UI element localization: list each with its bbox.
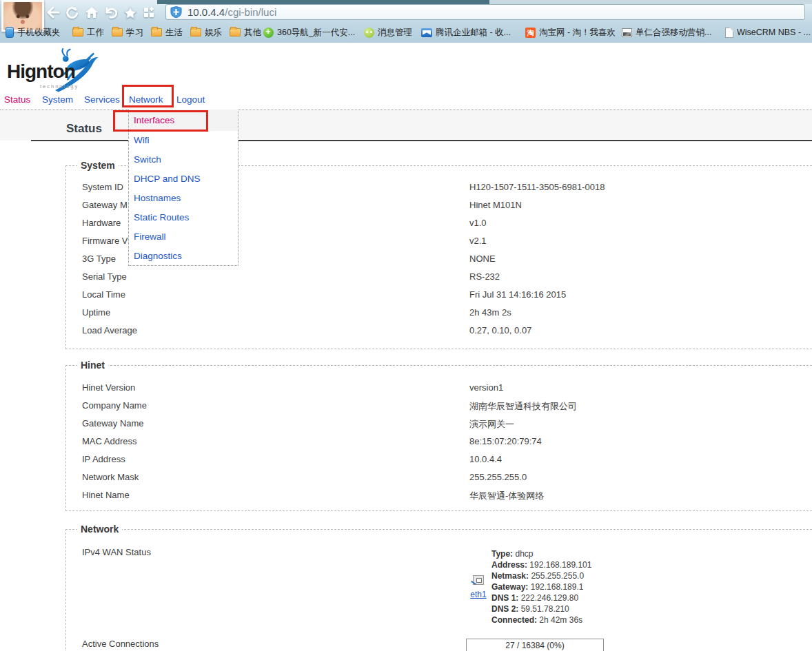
row-value: Hinet M101N bbox=[469, 200, 522, 210]
wan-row: Netmask: 255.255.255.0 bbox=[491, 570, 591, 581]
row-value: Fri Jul 31 14:16:16 2015 bbox=[469, 289, 566, 300]
chat-icon bbox=[364, 28, 374, 38]
folder-icon bbox=[72, 28, 83, 37]
logo-subtitle: technology bbox=[40, 83, 79, 90]
row-label: Load Average bbox=[82, 325, 137, 335]
row-label: Hinet Version bbox=[82, 382, 135, 393]
taobao-icon: 淘 bbox=[525, 28, 536, 38]
row-label: MAC Address bbox=[82, 436, 136, 446]
menu-item-hostnames[interactable]: Hostnames bbox=[129, 189, 238, 208]
menu-item-switch[interactable]: Switch bbox=[129, 150, 238, 169]
bookmark-tencent-mail[interactable]: 腾讯企业邮箱 - 收... bbox=[421, 25, 511, 40]
picture-icon bbox=[622, 28, 632, 37]
nav-network[interactable]: Network bbox=[129, 94, 163, 105]
row-value: v1.0 bbox=[469, 218, 487, 228]
row-label: 3G Type bbox=[82, 254, 116, 264]
nav-system[interactable]: System bbox=[42, 94, 73, 105]
browser-toolbar bbox=[45, 5, 156, 21]
folder-icon bbox=[112, 28, 123, 37]
ethernet-icon bbox=[473, 575, 484, 585]
wan-row: DNS 1: 222.246.129.80 bbox=[491, 592, 591, 603]
row-label: System ID bbox=[82, 182, 123, 192]
nav-services[interactable]: Services bbox=[84, 94, 120, 105]
bookmark-work[interactable]: 工作 bbox=[72, 25, 104, 40]
bookmark-study[interactable]: 学习 bbox=[112, 25, 143, 40]
nav-logout[interactable]: Logout bbox=[176, 94, 205, 105]
wan-status-label: IPv4 WAN Status bbox=[82, 547, 151, 557]
bookmark-taobao[interactable]: 淘淘宝网 - 淘！我喜欢 bbox=[525, 25, 616, 40]
section-hinet-legend: Hinet bbox=[77, 360, 108, 371]
address-bar[interactable]: 10.0.4.4/cgi-bin/luci bbox=[165, 4, 805, 20]
wan-details: Type: dhcp Address: 192.168.189.101 Netm… bbox=[491, 548, 591, 626]
section-network-legend: Network bbox=[77, 524, 122, 535]
main-nav: Status System Services Network Logout bbox=[0, 94, 812, 108]
browser-chrome: 10.0.4.4/cgi-bin/luci 手机收藏夹 工作 学习 生活 娱乐 … bbox=[0, 0, 812, 43]
section-system-legend: System bbox=[77, 160, 119, 171]
row-value: H120-1507-1511-3505-6981-0018 bbox=[469, 182, 605, 192]
menu-item-firewall[interactable]: Firewall bbox=[129, 227, 238, 247]
bookmark-entertainment[interactable]: 娱乐 bbox=[190, 25, 222, 40]
mail-icon bbox=[421, 28, 432, 37]
row-label: Network Mask bbox=[82, 472, 139, 482]
active-connections-bar: 27 / 16384 (0%) bbox=[466, 639, 604, 651]
bookmark-other[interactable]: 其他 bbox=[230, 25, 261, 40]
reload-icon[interactable] bbox=[65, 5, 79, 20]
menu-item-wifi[interactable]: Wifi bbox=[129, 131, 238, 150]
menu-item-static-routes[interactable]: Static Routes bbox=[129, 208, 238, 227]
active-connections-value: 27 / 16384 (0%) bbox=[505, 641, 564, 650]
url-path: /cgi-bin/luci bbox=[225, 6, 276, 18]
logo[interactable]: Hignton technology bbox=[7, 51, 124, 92]
active-connections-label: Active Connections bbox=[82, 639, 159, 649]
row-label: Gateway M bbox=[82, 200, 128, 210]
network-dropdown-menu: Interfaces Wifi Switch DHCP and DNS Host… bbox=[128, 110, 238, 266]
phone-icon bbox=[6, 27, 14, 38]
row-value: RS-232 bbox=[469, 271, 500, 282]
wan-interface: eth1 bbox=[468, 575, 489, 600]
extensions-grid-icon[interactable] bbox=[142, 5, 156, 20]
eth1-link[interactable]: eth1 bbox=[470, 590, 486, 599]
bookmarks-bar: 手机收藏夹 工作 学习 生活 娱乐 其他 360导航_新一代安... 消息管理 … bbox=[0, 22, 812, 43]
row-label: Uptime bbox=[82, 307, 110, 318]
row-value: version1 bbox=[469, 382, 503, 393]
row-value: 255.255.255.0 bbox=[469, 472, 527, 482]
bookmark-life[interactable]: 生活 bbox=[151, 25, 183, 40]
logo-text: Hignton bbox=[7, 61, 75, 83]
row-value: 湖南华辰智通科技有限公司 bbox=[469, 400, 577, 413]
url-text: 10.0.4.4/cgi-bin/luci bbox=[187, 6, 276, 19]
row-value: v2.1 bbox=[469, 236, 487, 246]
row-value: 2h 43m 2s bbox=[469, 307, 511, 318]
row-label: Hardware bbox=[82, 218, 121, 228]
bookmark-mobile-favorites[interactable]: 手机收藏夹 bbox=[6, 25, 61, 40]
row-label: Gateway Name bbox=[82, 418, 144, 428]
home-icon[interactable] bbox=[84, 5, 99, 20]
menu-item-dhcp-dns[interactable]: DHCP and DNS bbox=[129, 169, 238, 189]
site-shield-icon bbox=[170, 6, 182, 18]
wan-row: DNS 2: 59.51.78.210 bbox=[491, 603, 591, 614]
360-icon bbox=[263, 28, 274, 38]
favorites-star-icon[interactable] bbox=[123, 5, 137, 20]
row-label: Company Name bbox=[82, 400, 147, 411]
row-label: Serial Type bbox=[82, 271, 127, 282]
row-label: IP Address bbox=[82, 454, 125, 464]
row-label: Hinet Name bbox=[82, 490, 130, 500]
wan-row: Connected: 2h 42m 36s bbox=[491, 614, 591, 626]
row-value: 0.27, 0.10, 0.07 bbox=[469, 325, 531, 335]
bookmark-message-manager[interactable]: 消息管理 bbox=[364, 25, 412, 40]
undo-icon[interactable] bbox=[103, 5, 118, 20]
folder-icon bbox=[151, 28, 162, 37]
menu-item-interfaces[interactable]: Interfaces bbox=[129, 110, 238, 131]
row-label: Local Time bbox=[82, 289, 125, 300]
back-icon[interactable] bbox=[45, 5, 60, 20]
row-value: 华辰智通-体验网络 bbox=[469, 490, 544, 502]
row-value: 演示网关一 bbox=[469, 418, 514, 431]
folder-icon bbox=[190, 28, 201, 37]
menu-item-diagnostics[interactable]: Diagnostics bbox=[129, 247, 238, 266]
bookmark-360nav[interactable]: 360导航_新一代安... bbox=[263, 25, 355, 40]
bookmark-danren-marketing[interactable]: 单仁合强移动营销... bbox=[622, 25, 711, 40]
page-icon bbox=[725, 28, 733, 38]
bookmark-wisecrm[interactable]: WiseCRM NBS - ... bbox=[725, 25, 811, 40]
row-value: 8e:15:07:20:79:74 bbox=[469, 436, 542, 446]
nav-status[interactable]: Status bbox=[4, 94, 30, 105]
wan-row: Gateway: 192.168.189.1 bbox=[491, 581, 591, 592]
row-value: NONE bbox=[469, 254, 496, 264]
